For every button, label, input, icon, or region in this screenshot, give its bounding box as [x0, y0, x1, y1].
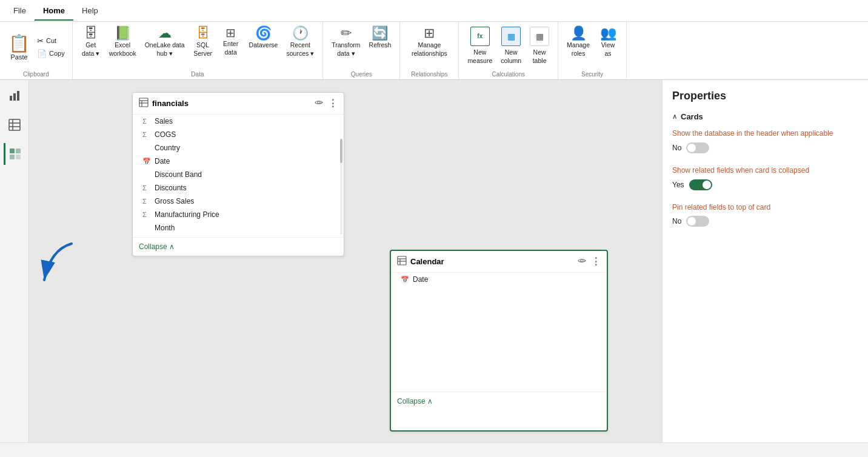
chevron-up-icon: ∧	[672, 113, 677, 121]
tab-help[interactable]: Help	[73, 1, 107, 20]
manage-relationships-button[interactable]: ⊞ Managerelationships	[405, 24, 453, 60]
pin-related-fields-value: No	[672, 217, 681, 225]
financials-country-field: Country	[133, 141, 344, 155]
svg-rect-1	[13, 93, 16, 101]
data-group-items: 🗄 Getdata ▾ 📗 Excelworkbook ☁ OneLake da…	[78, 24, 318, 70]
financials-gross-sales-field: Σ Gross Sales	[133, 195, 344, 208]
transform-icon: ✏	[341, 27, 352, 40]
properties-panel: Properties ∧ Cards Show the database in …	[662, 80, 868, 442]
cut-copy-col: ✂ Cut 📄 Copy	[35, 35, 67, 59]
new-measure-button[interactable]: fx Newmeasure	[464, 24, 496, 67]
sql-server-button[interactable]: 🗄 SQLServer	[190, 24, 216, 60]
calendar-eye-icon[interactable]	[578, 256, 586, 267]
calendar-card: Calendar ⋮ 📅 Date Collapse ∧	[390, 250, 608, 432]
sum-icon-3: Σ	[142, 184, 151, 192]
calculations-group-label: Calculations	[464, 70, 553, 79]
new-column-button[interactable]: ▦ Newcolumn	[497, 24, 525, 67]
refresh-button[interactable]: 🔄 Refresh	[366, 24, 395, 52]
relationships-group: ⊞ Managerelationships Relationships	[400, 22, 459, 79]
onelake-button[interactable]: ☁ OneLake datahub ▾	[141, 24, 189, 60]
view-as-label: Viewas	[601, 41, 615, 58]
excel-workbook-button[interactable]: 📗 Excelworkbook	[105, 24, 140, 60]
paste-label: Paste	[10, 53, 27, 61]
financials-scrollbar[interactable]	[340, 139, 342, 235]
relationships-group-label: Relationships	[405, 70, 453, 79]
financials-table-icon	[139, 98, 149, 109]
new-table-label: Newtable	[533, 48, 547, 65]
financials-more-icon[interactable]: ⋮	[328, 98, 338, 109]
onelake-label: OneLake datahub ▾	[145, 41, 185, 58]
svg-rect-7	[10, 148, 15, 153]
clipboard-group-label: Clipboard	[5, 70, 67, 79]
queries-group-label: Queries	[328, 70, 395, 79]
data-group: 🗄 Getdata ▾ 📗 Excelworkbook ☁ OneLake da…	[73, 22, 323, 79]
financials-sales-field: Σ Sales	[133, 115, 344, 128]
clipboard-items: 📋 Paste ✂ Cut 📄 Copy	[5, 24, 67, 70]
sidebar-model-button[interactable]	[4, 143, 25, 165]
discounts-label: Discounts	[155, 184, 187, 192]
cards-section-label: Cards	[681, 112, 703, 121]
country-label: Country	[155, 144, 180, 152]
cut-button[interactable]: ✂ Cut	[35, 35, 67, 47]
new-table-button[interactable]: ▦ Newtable	[526, 24, 553, 67]
sum-icon-2: Σ	[142, 131, 151, 138]
view-as-button[interactable]: 👥 Viewas	[595, 24, 621, 60]
show-database-header-row: Show the database in the header when app…	[672, 128, 858, 153]
pin-related-fields-thumb	[687, 217, 696, 225]
tab-home[interactable]: Home	[35, 1, 73, 20]
pin-related-fields-control: No	[672, 216, 858, 227]
calendar-collapse-button[interactable]: Collapse ∧	[391, 392, 607, 410]
show-related-fields-toggle[interactable]	[689, 179, 712, 190]
svg-rect-10	[16, 155, 21, 159]
refresh-label: Refresh	[369, 41, 392, 50]
transform-data-button[interactable]: ✏ Transformdata ▾	[328, 24, 364, 60]
show-database-header-toggle[interactable]	[686, 142, 709, 153]
financials-collapse-button[interactable]: Collapse ∧	[133, 237, 344, 256]
manage-roles-button[interactable]: 👤 Manageroles	[563, 24, 593, 60]
dataverse-button[interactable]: 🌀 Dataverse	[245, 24, 282, 52]
enter-data-icon: ⊞	[225, 27, 236, 39]
financials-eye-icon[interactable]	[315, 98, 323, 108]
new-measure-label: Newmeasure	[467, 48, 492, 65]
main-layout: financials ⋮ Σ Sales Σ COGS	[0, 80, 868, 442]
dataverse-icon: 🌀	[255, 27, 272, 40]
financials-discount-band-field: Discount Band	[133, 168, 344, 181]
calendar-date-label: Date	[413, 275, 428, 284]
svg-rect-12	[139, 98, 148, 107]
paste-button[interactable]: 📋 Paste	[5, 31, 33, 63]
excel-icon: 📗	[115, 27, 131, 40]
get-data-button[interactable]: 🗄 Getdata ▾	[78, 24, 104, 60]
sidebar-chart-button[interactable]	[4, 85, 25, 107]
svg-rect-17	[398, 256, 406, 265]
pin-related-fields-toggle[interactable]	[686, 216, 709, 227]
manage-roles-label: Manageroles	[567, 41, 590, 58]
show-related-fields-label: Show related fields when card is collaps…	[672, 165, 858, 176]
paste-icon: 📋	[8, 33, 30, 53]
tab-bar: File Home Help	[0, 0, 868, 22]
calculations-group-items: fx Newmeasure ▦ Newcolumn ▦ Newtable	[464, 24, 553, 70]
sidebar-icons	[0, 80, 29, 442]
recent-sources-icon: 🕐	[292, 27, 309, 40]
security-group-items: 👤 Manageroles 👥 Viewas	[563, 24, 621, 70]
pin-related-fields-label: Pin related fields to top of card	[672, 202, 858, 213]
security-group: 👤 Manageroles 👥 Viewas Security	[558, 22, 627, 79]
calendar-date-icon: 📅	[401, 276, 409, 284]
copy-button[interactable]: 📄 Copy	[35, 48, 67, 59]
enter-data-button[interactable]: ⊞ Enterdata	[218, 24, 244, 59]
properties-title: Properties	[672, 90, 858, 102]
financials-scrollbar-thumb	[340, 139, 342, 163]
recent-sources-button[interactable]: 🕐 Recentsources ▾	[282, 24, 318, 60]
queries-group: ✏ Transformdata ▾ 🔄 Refresh Queries	[323, 22, 400, 79]
cards-section-header[interactable]: ∧ Cards	[672, 112, 858, 121]
new-column-label: Newcolumn	[501, 48, 521, 65]
manage-roles-icon: 👤	[570, 27, 587, 40]
view-as-icon: 👥	[600, 27, 616, 40]
month-label: Month	[155, 224, 175, 232]
sidebar-table-button[interactable]	[4, 114, 25, 136]
calendar-header-actions: ⋮	[578, 256, 601, 267]
new-table-icon: ▦	[530, 27, 549, 46]
excel-label: Excelworkbook	[109, 41, 136, 58]
tab-file[interactable]: File	[5, 1, 35, 20]
calendar-more-icon[interactable]: ⋮	[591, 256, 601, 267]
calendar-title: Calendar	[410, 257, 574, 266]
